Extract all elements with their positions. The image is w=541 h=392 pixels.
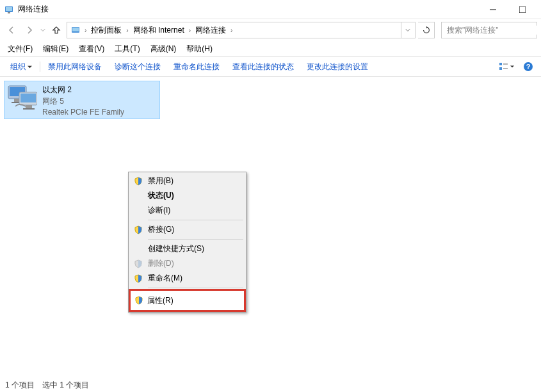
window-icon [4, 4, 14, 15]
dropdown-icon [28, 65, 32, 69]
ctx-diagnose[interactable]: 诊断(I) [130, 203, 245, 218]
separator [148, 239, 243, 240]
shield-icon [133, 259, 143, 269]
maximize-button[interactable] [508, 0, 537, 19]
window-title: 网络连接 [18, 4, 478, 15]
svg-rect-21 [26, 105, 32, 108]
search-input[interactable] [447, 26, 541, 35]
toolbar-disable[interactable]: 禁用此网络设备 [42, 59, 108, 75]
chevron-right-icon: › [188, 27, 192, 34]
menu-edit[interactable]: 编辑(E) [38, 42, 74, 56]
menu-bar: 文件(F) 编辑(E) 查看(V) 工具(T) 高级(N) 帮助(H) [0, 41, 541, 56]
svg-rect-4 [519, 6, 526, 13]
toolbar-diagnose[interactable]: 诊断这个连接 [108, 59, 167, 75]
breadcrumb-control-panel[interactable]: 控制面板 [88, 22, 124, 38]
svg-rect-9 [499, 63, 502, 65]
svg-rect-20 [20, 94, 36, 102]
ctx-status[interactable]: 状态(U) [130, 188, 245, 203]
connection-name: 以太网 2 [42, 85, 124, 95]
forward-button[interactable] [22, 22, 37, 38]
ctx-bridge[interactable]: 桥接(G) [130, 222, 245, 237]
help-button[interactable]: ? [519, 59, 537, 74]
toolbar-settings[interactable]: 更改此连接的设置 [300, 59, 375, 75]
svg-rect-1 [6, 7, 12, 11]
up-button[interactable] [49, 22, 64, 38]
network-connection-item[interactable]: 以太网 2 网络 5 Realtek PCIe FE Family [4, 81, 160, 119]
shield-icon [134, 295, 144, 306]
content-area: 以太网 2 网络 5 Realtek PCIe FE Family 禁用(B) … [0, 77, 541, 384]
ctx-delete[interactable]: 删除(D) [130, 256, 245, 271]
ctx-rename[interactable]: 重命名(M) [130, 271, 245, 286]
view-dropdown-button[interactable] [497, 59, 515, 74]
back-button[interactable] [4, 22, 19, 38]
address-bar: › 控制面板 › 网络和 Internet › 网络连接 › [0, 19, 541, 41]
ctx-properties[interactable]: 属性(R) [129, 289, 246, 312]
shield-icon [133, 274, 143, 284]
ctx-disable[interactable]: 禁用(B) [130, 174, 245, 188]
menu-tools[interactable]: 工具(T) [109, 42, 145, 56]
ctx-shortcut[interactable]: 创建快捷方式(S) [130, 241, 245, 256]
location-icon [70, 24, 81, 36]
minimize-button[interactable] [478, 0, 508, 19]
shield-icon [133, 225, 143, 235]
history-dropdown[interactable] [40, 25, 46, 35]
svg-rect-22 [23, 108, 35, 110]
breadcrumb-bar[interactable]: › 控制面板 › 网络和 Internet › 网络连接 › [67, 22, 416, 38]
chevron-right-icon: › [125, 27, 129, 34]
menu-view[interactable]: 查看(V) [74, 42, 109, 56]
address-dropdown[interactable] [401, 22, 414, 38]
svg-rect-6 [72, 28, 79, 31]
separator [148, 220, 243, 220]
shield-icon [133, 176, 143, 186]
refresh-button[interactable] [418, 22, 435, 38]
status-bar: 1 个项目 选中 1 个项目 [5, 380, 89, 391]
breadcrumb-network-internet[interactable]: 网络和 Internet [131, 22, 187, 38]
menu-help[interactable]: 帮助(H) [181, 42, 218, 56]
connection-adapter: Realtek PCIe FE Family [42, 108, 124, 117]
svg-rect-2 [8, 12, 10, 13]
context-menu: 禁用(B) 状态(U) 诊断(I) 桥接(G) 创建快捷方式(S) 删除(D) … [128, 172, 246, 313]
svg-text:?: ? [526, 63, 531, 70]
toolbar-rename[interactable]: 重命名此连接 [167, 59, 226, 75]
search-box[interactable] [441, 22, 537, 38]
svg-rect-10 [499, 67, 502, 70]
ethernet-icon [6, 83, 37, 110]
chevron-right-icon: › [83, 27, 88, 34]
separator [148, 288, 243, 288]
toolbar: 组织 禁用此网络设备 诊断这个连接 重命名此连接 查看此连接的状态 更改此连接的… [0, 56, 541, 77]
organize-button[interactable]: 组织 [4, 59, 38, 75]
title-bar: 网络连接 [0, 0, 541, 19]
connection-network: 网络 5 [42, 96, 124, 107]
breadcrumb-network-connections[interactable]: 网络连接 [193, 22, 229, 38]
toolbar-status[interactable]: 查看此连接的状态 [226, 59, 300, 75]
menu-advanced[interactable]: 高级(N) [145, 42, 182, 56]
chevron-right-icon: › [229, 27, 234, 34]
menu-file[interactable]: 文件(F) [3, 42, 38, 56]
